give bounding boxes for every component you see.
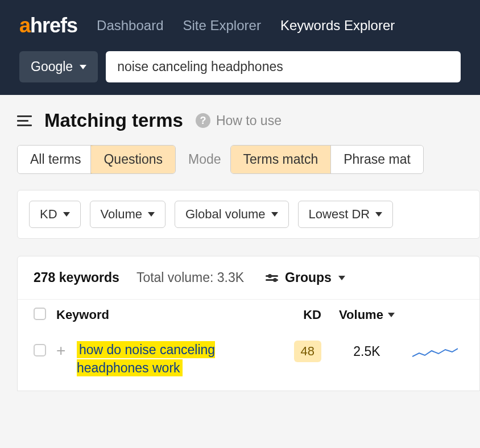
chevron-down-icon xyxy=(375,212,382,217)
tab-phrase-match[interactable]: Phrase mat xyxy=(330,146,423,173)
filter-global-volume[interactable]: Global volume xyxy=(175,201,289,228)
groups-label: Groups xyxy=(285,270,332,285)
tab-all-terms[interactable]: All terms xyxy=(18,146,93,173)
filter-lowest-dr[interactable]: Lowest DR xyxy=(298,201,394,228)
nav-site-explorer[interactable]: Site Explorer xyxy=(183,18,260,34)
logo-prefix: a xyxy=(19,14,30,38)
filter-volume[interactable]: Volume xyxy=(90,201,165,228)
how-to-use-link[interactable]: ? How to use xyxy=(196,113,282,128)
keyword-cell[interactable]: how do noise canceling headphones work xyxy=(77,341,282,377)
menu-icon[interactable] xyxy=(17,115,32,126)
chevron-down-icon xyxy=(63,212,70,217)
results-header: 278 keywords Total volume: 3.3K Groups xyxy=(18,256,479,299)
search-engine-label: Google xyxy=(31,59,73,74)
volume-cell: 2.5K xyxy=(321,341,412,359)
total-volume: Total volume: 3.3K xyxy=(136,270,244,285)
chevron-down-icon xyxy=(80,65,86,69)
help-icon: ? xyxy=(196,113,210,128)
results-card: 278 keywords Total volume: 3.3K Groups K… xyxy=(17,256,480,391)
kd-badge: 48 xyxy=(294,341,321,362)
tab-terms-match[interactable]: Terms match xyxy=(231,146,331,173)
column-keyword[interactable]: Keyword xyxy=(56,308,282,322)
kd-cell: 48 xyxy=(282,341,321,362)
chevron-down-icon xyxy=(148,212,155,217)
select-all-checkbox[interactable] xyxy=(34,308,46,320)
table-row: + how do noise canceling headphones work… xyxy=(18,334,479,391)
keyword-search-input[interactable] xyxy=(106,51,461,82)
content-area: Matching terms ? How to use All terms Qu… xyxy=(0,95,480,391)
groups-toggle[interactable]: Groups xyxy=(266,270,345,285)
tabs-row: All terms Questions Mode Terms match Phr… xyxy=(17,145,480,174)
sort-desc-icon xyxy=(388,313,395,317)
table-header: Keyword KD Volume xyxy=(18,299,479,334)
mode-tab-group: Terms match Phrase mat xyxy=(230,145,424,174)
how-to-use-label: How to use xyxy=(216,113,282,128)
filters-card: KD Volume Global volume Lowest DR xyxy=(17,190,480,239)
sliders-icon xyxy=(266,275,278,281)
chevron-down-icon xyxy=(338,276,345,280)
nav-keywords-explorer[interactable]: Keywords Explorer xyxy=(280,18,395,34)
ahrefs-logo: ahrefs xyxy=(19,14,77,38)
logo-rest: hrefs xyxy=(30,14,77,38)
search-engine-select[interactable]: Google xyxy=(19,51,98,82)
keyword-count: 278 keywords xyxy=(34,270,119,285)
filter-kd[interactable]: KD xyxy=(29,201,81,228)
page-title: Matching terms xyxy=(44,110,183,131)
search-row: Google xyxy=(0,51,480,95)
mode-label: Mode xyxy=(188,152,221,167)
sparkline-cell xyxy=(412,341,464,364)
chevron-down-icon xyxy=(271,212,278,217)
title-row: Matching terms ? How to use xyxy=(17,110,480,131)
terms-tab-group: All terms Questions xyxy=(17,145,176,174)
expand-row-icon[interactable]: + xyxy=(56,341,77,360)
nav-dashboard[interactable]: Dashboard xyxy=(97,18,163,34)
top-nav: ahrefs Dashboard Site Explorer Keywords … xyxy=(0,0,480,51)
column-volume[interactable]: Volume xyxy=(321,308,412,322)
column-kd[interactable]: KD xyxy=(282,308,321,322)
tab-questions[interactable]: Questions xyxy=(90,145,176,174)
row-checkbox[interactable] xyxy=(34,344,46,356)
trend-sparkline-icon xyxy=(412,345,458,362)
